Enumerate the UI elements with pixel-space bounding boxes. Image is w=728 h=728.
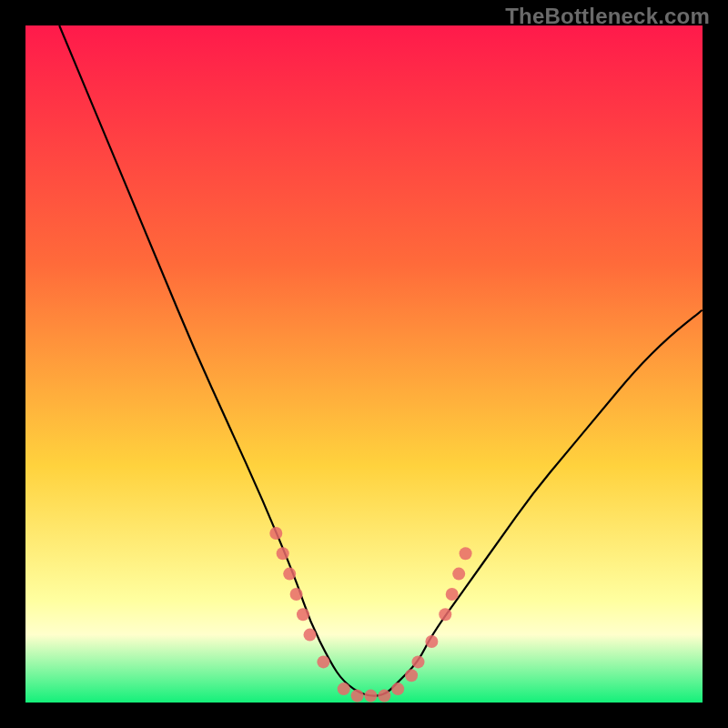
chart-frame: TheBottleneck.com xyxy=(0,0,728,728)
data-marker xyxy=(283,568,296,581)
data-marker xyxy=(460,547,472,560)
data-marker xyxy=(351,690,364,703)
data-marker xyxy=(364,690,377,703)
data-marker xyxy=(317,655,329,668)
data-marker xyxy=(412,655,425,668)
data-marker xyxy=(290,588,303,601)
plot-svg xyxy=(25,25,703,703)
watermark-text: TheBottleneck.com xyxy=(505,4,710,29)
gradient-background xyxy=(25,25,703,703)
data-marker xyxy=(391,682,404,695)
data-marker xyxy=(405,669,418,682)
data-marker xyxy=(297,608,309,621)
plot-area xyxy=(25,25,703,703)
data-marker xyxy=(269,527,282,540)
data-marker xyxy=(277,547,289,560)
data-marker xyxy=(446,588,459,601)
data-marker xyxy=(304,629,317,642)
data-marker xyxy=(425,635,438,648)
data-marker xyxy=(452,568,465,581)
data-marker xyxy=(338,682,350,695)
data-marker xyxy=(378,690,390,703)
data-marker xyxy=(439,608,451,621)
